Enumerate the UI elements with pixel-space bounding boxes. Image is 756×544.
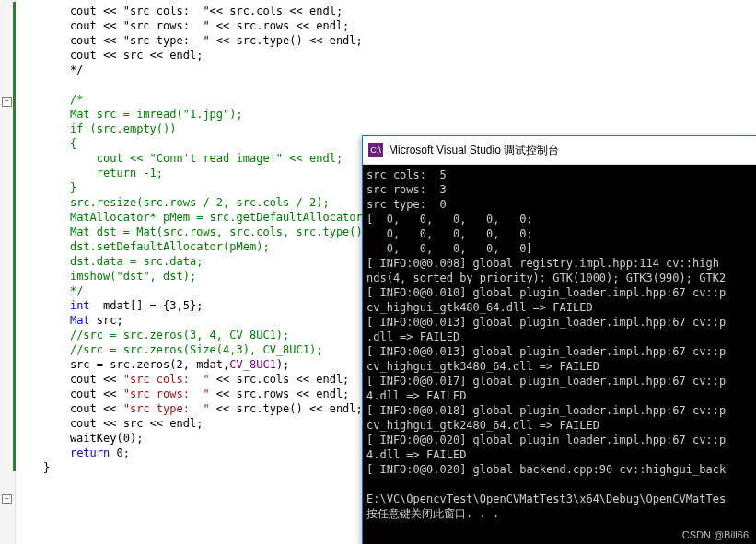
console-output[interactable]: src cols: 5 src rows: 3 src type: 0 [ 0,… <box>363 165 756 544</box>
fold-toggle[interactable]: − <box>2 97 12 107</box>
editor-gutter: −− <box>0 0 16 544</box>
console-title: Microsoft Visual Studio 调试控制台 <box>389 143 559 158</box>
console-icon: C:\ <box>368 143 383 157</box>
code-editor[interactable]: cout << "src cols: "<< src.cols << endl;… <box>16 0 382 544</box>
console-titlebar[interactable]: C:\ Microsoft Visual Studio 调试控制台 <box>363 136 756 165</box>
watermark: CSDN @Bill66 <box>682 529 749 540</box>
fold-toggle[interactable]: − <box>2 494 12 504</box>
debug-console-window: C:\ Microsoft Visual Studio 调试控制台 src co… <box>362 135 756 544</box>
change-marker <box>13 2 16 471</box>
